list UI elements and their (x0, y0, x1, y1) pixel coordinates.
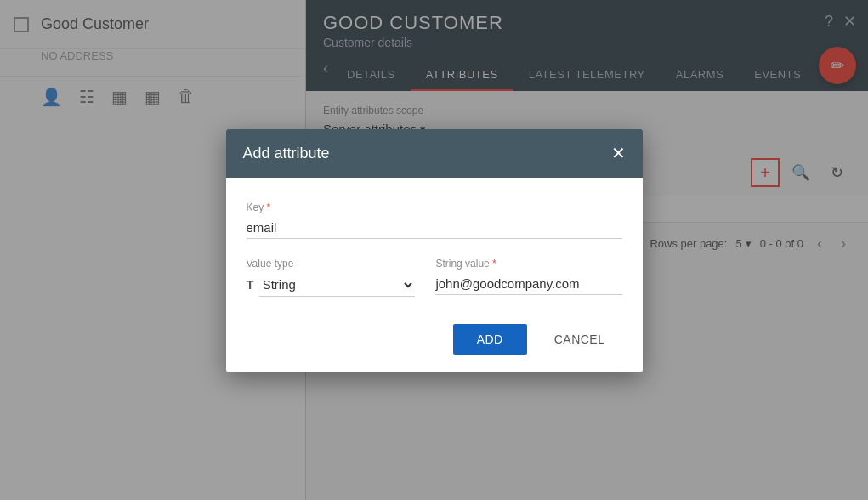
key-input[interactable] (247, 217, 622, 239)
string-value-col: String value * (435, 258, 621, 297)
modal-close-button[interactable]: ✕ (611, 145, 626, 162)
modal-title: Add attribute (243, 145, 330, 162)
type-text-icon: T (247, 277, 254, 292)
modal-body: Key * Value type T String Integer Double… (226, 178, 643, 314)
cancel-button[interactable]: CANCEL (537, 324, 622, 355)
modal-overlay: Add attribute ✕ Key * Value type T Strin… (0, 0, 868, 500)
key-field-group: Key * (247, 202, 622, 239)
value-type-and-value: Value type T String Integer Double Boole… (247, 258, 622, 297)
string-value-input[interactable] (435, 273, 621, 295)
string-value-label: String value * (435, 258, 621, 270)
value-type-row: T String Integer Double Boolean JSON (247, 273, 416, 297)
add-attribute-modal: Add attribute ✕ Key * Value type T Strin… (226, 129, 643, 372)
value-type-label: Value type (247, 258, 416, 270)
key-label: Key * (247, 202, 622, 213)
modal-header: Add attribute ✕ (226, 129, 643, 178)
add-button[interactable]: ADD (453, 324, 527, 355)
value-type-select[interactable]: String Integer Double Boolean JSON (259, 273, 416, 297)
modal-footer: ADD CANCEL (226, 314, 643, 372)
value-type-col: Value type T String Integer Double Boole… (247, 258, 416, 297)
